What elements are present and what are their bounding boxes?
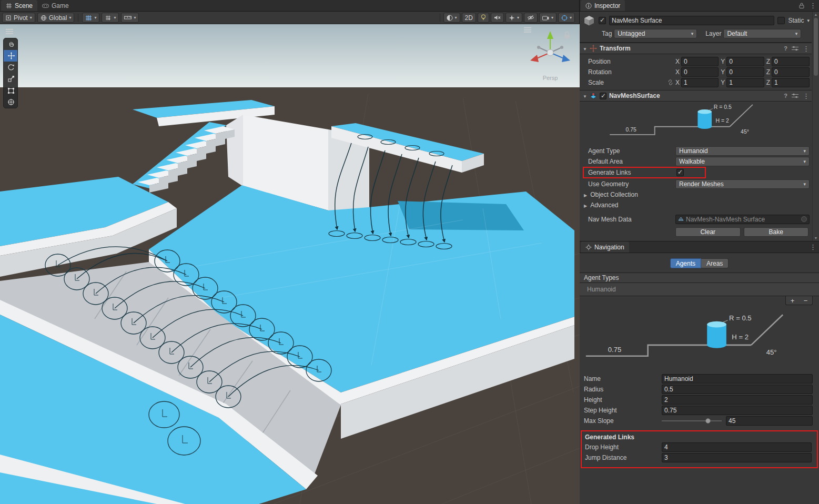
gameobject-active-checkbox[interactable] [599,17,606,24]
nav-mesh-data-field[interactable]: NavMesh-NavMesh Surface [675,215,810,224]
object-collection-foldout[interactable]: Object Collection [584,190,810,199]
position-z-field[interactable] [772,57,810,66]
scene-viewport[interactable]: Persp [0,24,580,504]
grid-visibility-toggle[interactable]: ▾ [82,13,99,23]
agent-type-dropdown[interactable]: Humanoid▾ [675,146,810,156]
component-tools-dropdown[interactable]: ▾ [558,13,575,23]
tab-navigation-label: Navigation [594,244,624,251]
pivot-icon [5,15,12,21]
areas-tab-button[interactable]: Areas [701,258,729,268]
clear-button[interactable]: Clear [675,227,741,237]
generate-links-checkbox[interactable] [676,169,684,176]
camera-settings-dropdown[interactable]: ▾ [539,13,557,23]
foldout-arrow-icon[interactable] [583,92,587,99]
max-slope-value-field[interactable] [726,416,813,426]
measure-dropdown[interactable]: ▾ [121,13,139,23]
move-tool-button[interactable] [4,50,18,62]
2d-toggle[interactable]: 2D [462,13,476,23]
agent-height-field[interactable] [662,395,813,405]
gizmo-center-cube[interactable] [547,49,553,56]
transform-menu-kebab[interactable] [803,45,810,53]
audio-toggle[interactable] [491,13,504,23]
rotation-y-field[interactable] [726,67,764,77]
drop-height-field[interactable] [662,442,812,452]
static-dropdown-arrow[interactable]: ▾ [807,18,810,23]
lighting-toggle[interactable] [478,13,489,23]
bake-button[interactable]: Bake [744,227,809,237]
agent-types-header: Agent Types [580,273,819,283]
rotate-tool-button[interactable] [4,62,18,73]
foldout-arrow-icon[interactable] [583,45,587,52]
mesh-asset-icon [678,216,684,222]
camera-icon [542,15,549,21]
tab-navigation[interactable]: Navigation [581,241,629,253]
tab-inspector[interactable]: Inspector [581,0,625,11]
agent-step-height-field[interactable] [662,406,813,415]
2d-label: 2D [465,14,473,22]
snap-settings-dropdown[interactable]: ▾ [102,13,119,23]
inspector-scroll-area: Inspector Static [580,0,819,241]
help-icon[interactable] [784,45,787,52]
presets-icon[interactable] [792,46,798,51]
scrollbar-thumb[interactable] [814,18,818,76]
default-area-dropdown[interactable]: Walkable▾ [675,157,810,166]
diagram-height-label: H = 2 [716,118,729,124]
tab-scene[interactable]: Scene [1,0,37,11]
inspector-menu-kebab[interactable] [807,0,819,11]
rotation-x-field[interactable] [681,67,719,77]
lock-icon[interactable] [796,0,807,11]
scale-y-field[interactable] [726,78,764,87]
chevron-down-icon: ▾ [134,15,136,20]
constrain-proportions-icon[interactable] [668,79,673,85]
scene-overlay-menu-icon[interactable] [524,27,531,33]
navmeshsurface-enabled-checkbox[interactable] [600,93,606,99]
agents-tab-button[interactable]: Agents [670,258,701,268]
agent-name-field[interactable] [662,374,813,384]
slider-thumb[interactable] [705,418,711,424]
navigation-menu-kebab[interactable] [807,241,819,253]
jump-distance-field[interactable] [662,453,812,462]
scene-visibility-toggle[interactable] [524,13,538,23]
generated-links-section: Generated Links Drop Height Jump Distanc… [581,430,818,468]
tag-label: Tag [602,30,612,37]
agent-type-list-item[interactable]: Humanoid [580,283,819,296]
position-x-field[interactable] [681,57,719,66]
scale-tool-button[interactable] [4,73,18,85]
tab-game[interactable]: Game [37,0,74,11]
scale-z-field[interactable] [772,78,810,87]
help-icon[interactable] [784,92,787,99]
navmeshsurface-header[interactable]: NavMeshSurface [580,90,812,102]
static-checkbox[interactable] [777,17,785,24]
scale-x-field[interactable] [681,78,719,87]
position-y-field[interactable] [726,57,764,66]
effects-dropdown[interactable]: ▾ [505,13,522,23]
gizmo-projection-label[interactable]: Persp [543,75,558,81]
rect-tool-button[interactable] [4,85,18,96]
chevron-down-icon: ▾ [30,15,32,20]
inspector-scrollbar[interactable]: ▲ ▼ [812,12,819,241]
pivot-dropdown[interactable]: Pivot▾ [2,13,35,23]
agent-radius-field[interactable] [662,385,813,394]
presets-icon[interactable] [792,93,798,98]
use-geometry-dropdown[interactable]: Render Meshes▾ [675,179,810,189]
gameobject-name-field[interactable] [609,16,774,25]
layer-dropdown[interactable]: Default▾ [723,29,801,38]
global-dropdown[interactable]: Global▾ [37,13,75,23]
object-picker-icon[interactable] [801,216,807,222]
hand-tool-button[interactable] [4,38,18,50]
tag-dropdown[interactable]: Untagged▾ [614,29,697,38]
advanced-foldout[interactable]: Advanced [584,200,810,210]
transform-tool-button[interactable] [4,96,18,108]
snap-grid-icon [105,15,112,21]
toolbar-separator [78,14,78,22]
remove-agent-type-button[interactable]: − [799,296,812,305]
generate-links-row: Generate Links [583,167,810,178]
navmeshsurface-menu-kebab[interactable] [803,92,810,100]
max-slope-slider[interactable] [662,416,722,426]
shading-mode-dropdown[interactable]: ▾ [443,13,460,23]
transform-header[interactable]: Transform [580,43,812,54]
add-agent-type-button[interactable]: + [786,296,799,305]
rotation-z-field[interactable] [772,67,810,77]
overlay-menu-button[interactable] [3,27,16,36]
shaded-sphere-icon [447,15,453,21]
